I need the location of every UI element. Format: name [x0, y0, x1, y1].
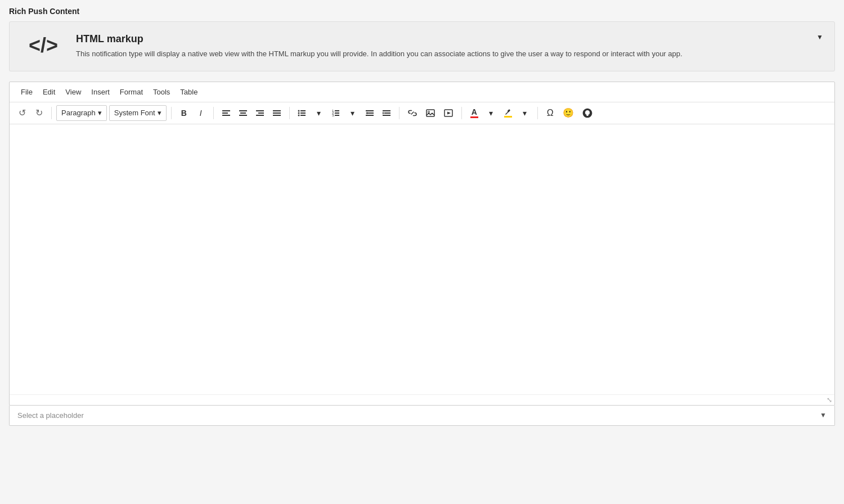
page-wrapper: Rich Push Content </> HTML markup This n…	[0, 0, 844, 504]
svg-rect-24	[366, 110, 374, 111]
video-button[interactable]	[440, 105, 457, 121]
indent-button[interactable]	[379, 105, 394, 121]
svg-rect-19	[335, 110, 339, 111]
numbered-list-arrow[interactable]: ▾	[345, 105, 361, 121]
divider-7	[537, 107, 538, 119]
editor-container: File Edit View Insert Format Tools Table…	[9, 82, 835, 406]
highlight-button[interactable]	[500, 105, 516, 121]
html-markup-content: HTML markup This notification type will …	[76, 33, 804, 60]
svg-rect-0	[222, 110, 230, 111]
image-button[interactable]	[422, 105, 439, 121]
link-button[interactable]	[404, 105, 421, 121]
undo-button[interactable]: ↺	[14, 105, 30, 121]
page-title: Rich Push Content	[0, 0, 844, 21]
svg-rect-6	[256, 110, 264, 111]
paragraph-label: Paragraph	[61, 109, 96, 117]
svg-rect-29	[384, 112, 390, 114]
toolbar: ↺ ↻ Paragraph ▾ System Font ▾ B I	[10, 102, 834, 124]
align-center-button[interactable]	[235, 105, 251, 121]
svg-point-33	[428, 111, 429, 112]
html-markup-dropdown-arrow[interactable]: ▼	[816, 33, 823, 41]
svg-rect-28	[383, 110, 390, 111]
text-color-arrow[interactable]: ▾	[483, 105, 499, 121]
svg-rect-9	[273, 110, 281, 111]
font-dropdown[interactable]: System Font ▾	[109, 105, 167, 121]
insert-group	[404, 105, 457, 121]
svg-point-16	[298, 114, 299, 116]
divider-6	[461, 107, 462, 119]
svg-rect-21	[335, 112, 339, 114]
svg-rect-11	[273, 115, 281, 116]
divider-1	[51, 107, 52, 119]
menu-view[interactable]: View	[61, 86, 86, 98]
placeholder-arrow: ▼	[820, 411, 827, 419]
bullet-list-button[interactable]	[294, 105, 310, 121]
menu-bar: File Edit View Insert Format Tools Table	[10, 82, 834, 102]
svg-rect-25	[367, 112, 374, 114]
svg-point-12	[298, 110, 299, 111]
align-right-button[interactable]	[252, 105, 268, 121]
menu-table[interactable]: Table	[176, 86, 202, 98]
svg-rect-13	[300, 110, 306, 111]
svg-text:3.: 3.	[332, 114, 335, 117]
placeholder-bar[interactable]: Select a placeholder ▼	[9, 406, 835, 426]
svg-marker-31	[383, 112, 384, 114]
menu-file[interactable]: File	[16, 86, 37, 98]
bold-button[interactable]: B	[176, 105, 192, 121]
svg-rect-17	[300, 115, 306, 116]
resize-icon: ⤡	[827, 396, 832, 404]
font-dropdown-arrow: ▾	[158, 109, 161, 117]
html-markup-description: This notification type will display a na…	[76, 48, 804, 60]
special-group: Ω 🙂	[542, 105, 596, 121]
outdent-button[interactable]	[362, 105, 378, 121]
resize-handle[interactable]: ⤡	[10, 394, 834, 405]
ai-button[interactable]	[578, 105, 596, 121]
svg-marker-27	[366, 112, 367, 114]
align-left-button[interactable]	[218, 105, 234, 121]
svg-rect-3	[239, 110, 247, 111]
divider-4	[289, 107, 290, 119]
svg-rect-7	[258, 112, 264, 114]
menu-tools[interactable]: Tools	[149, 86, 174, 98]
align-justify-button[interactable]	[269, 105, 285, 121]
paragraph-dropdown-arrow: ▾	[98, 109, 102, 117]
svg-rect-4	[240, 112, 246, 114]
svg-rect-5	[239, 115, 247, 116]
undo-redo-group: ↺ ↻	[14, 105, 47, 121]
svg-rect-32	[427, 110, 434, 116]
svg-rect-23	[335, 115, 339, 116]
text-color-button[interactable]: A	[466, 105, 482, 121]
divider-2	[171, 107, 172, 119]
editor-area[interactable]	[10, 124, 834, 394]
highlight-arrow[interactable]: ▾	[517, 105, 533, 121]
divider-3	[213, 107, 214, 119]
svg-rect-15	[300, 112, 306, 114]
placeholder-label: Select a placeholder	[17, 411, 84, 420]
bullet-list-arrow[interactable]: ▾	[311, 105, 327, 121]
html-markup-icon: </>	[21, 35, 66, 56]
html-markup-section: </> HTML markup This notification type w…	[9, 21, 835, 71]
svg-marker-35	[447, 111, 451, 114]
paragraph-dropdown[interactable]: Paragraph ▾	[56, 105, 107, 121]
menu-insert[interactable]: Insert	[87, 86, 114, 98]
redo-button[interactable]: ↻	[31, 105, 47, 121]
italic-button[interactable]: I	[193, 105, 209, 121]
svg-point-14	[298, 112, 299, 114]
numbered-list-button[interactable]: 1.2.3.	[328, 105, 344, 121]
menu-edit[interactable]: Edit	[38, 86, 60, 98]
svg-rect-26	[366, 115, 374, 116]
svg-rect-2	[222, 115, 230, 116]
svg-rect-10	[273, 112, 281, 114]
menu-format[interactable]: Format	[115, 86, 147, 98]
html-markup-title: HTML markup	[76, 33, 804, 45]
divider-5	[399, 107, 399, 119]
color-group: A ▾ ▾	[466, 105, 533, 121]
svg-rect-30	[383, 115, 390, 116]
font-label: System Font	[114, 109, 155, 117]
alignment-group	[218, 105, 285, 121]
svg-rect-8	[256, 115, 264, 116]
special-chars-button[interactable]: Ω	[542, 105, 558, 121]
svg-rect-1	[222, 112, 228, 114]
list-group: ▾ 1.2.3. ▾	[294, 105, 394, 121]
emoji-button[interactable]: 🙂	[559, 105, 577, 121]
